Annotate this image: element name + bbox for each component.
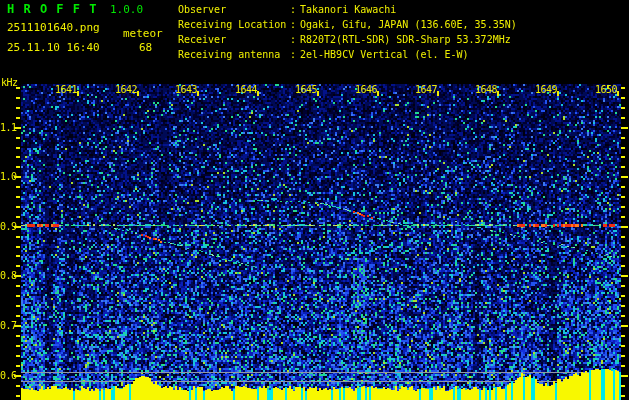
- info-colon: :: [290, 17, 300, 32]
- freq-tick-label: 0.9: [0, 221, 14, 232]
- freq-tick-label: 0.6: [0, 370, 14, 381]
- time-tick-label: 1647: [407, 84, 437, 95]
- info-value: Takanori Kawachi: [300, 2, 396, 17]
- info-colon: :: [290, 32, 300, 47]
- time-tick-label: 1648: [467, 84, 497, 95]
- hrofft-screen: H R O F F T 1.0.0 2511101640.png meteor …: [0, 0, 629, 400]
- time-tick-label: 1650: [587, 84, 617, 95]
- time-tick-label: 1644: [227, 84, 257, 95]
- time-tick-label: 1641: [47, 84, 77, 95]
- freq-tick-label: 0.7: [0, 320, 14, 331]
- info-value: Ogaki, Gifu, JAPAN (136.60E, 35.35N): [300, 17, 517, 32]
- info-row-antenna: Receiving antenna:2el-HB9CV Vertical (el…: [178, 47, 517, 62]
- freq-axis-unit: kHz: [1, 77, 18, 88]
- info-value: 2el-HB9CV Vertical (el. E-W): [300, 47, 469, 62]
- freq-tick-label: 1.1: [0, 122, 14, 133]
- filename-label: 2511101640.png: [7, 21, 100, 34]
- info-colon: :: [290, 47, 300, 62]
- info-row-observer: Observer:Takanori Kawachi: [178, 2, 517, 17]
- info-label: Observer: [178, 2, 290, 17]
- info-value: R820T2(RTL-SDR) SDR-Sharp 53.372MHz: [300, 32, 511, 47]
- time-tick-label: 1642: [107, 84, 137, 95]
- info-colon: :: [290, 2, 300, 17]
- time-tick-label: 1649: [527, 84, 557, 95]
- freq-tick-label: 0.8: [0, 270, 14, 281]
- info-label: Receiver: [178, 32, 290, 47]
- info-label: Receiving Location: [178, 17, 290, 32]
- app-title: H R O F F T: [7, 2, 97, 16]
- info-row-location: Receiving Location:Ogaki, Gifu, JAPAN (1…: [178, 17, 517, 32]
- info-row-receiver: Receiver:R820T2(RTL-SDR) SDR-Sharp 53.37…: [178, 32, 517, 47]
- freq-tick-label: 1.0: [0, 171, 14, 182]
- info-label: Receiving antenna: [178, 47, 290, 62]
- app-version: 1.0.0: [110, 3, 143, 16]
- time-tick-label: 1645: [287, 84, 317, 95]
- station-info: Observer:Takanori Kawachi Receiving Loca…: [178, 2, 517, 62]
- echo-count: 68: [139, 41, 152, 54]
- datetime-label: 25.11.10 16:40: [7, 41, 100, 54]
- time-tick-label: 1646: [347, 84, 377, 95]
- time-tick-label: 1643: [167, 84, 197, 95]
- mode-label: meteor: [123, 27, 163, 40]
